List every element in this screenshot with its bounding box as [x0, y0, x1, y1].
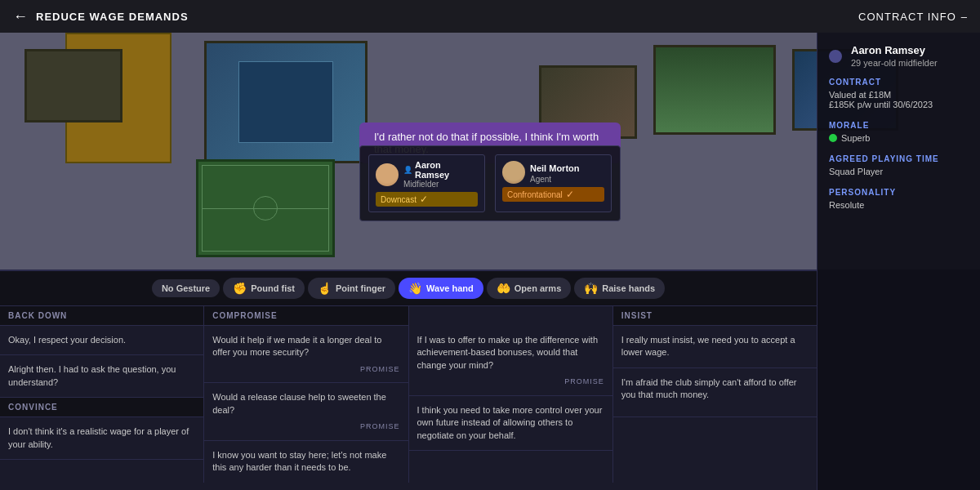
- back-arrow-icon[interactable]: ←: [13, 8, 28, 25]
- header-left: ← REDUCE WAGE DEMANDS: [13, 8, 189, 25]
- player-name: Aaron Ramsey: [415, 160, 478, 180]
- agent-mood-icon: ✓: [566, 189, 574, 200]
- contract-terms: £185K p/w until 30/6/2023: [829, 100, 969, 109]
- player-sidebar-icon: [829, 50, 842, 63]
- wave-hand-label: Wave hand: [426, 283, 474, 293]
- agent-mood-label: Confrontational: [507, 190, 563, 199]
- morale-value: Superb: [841, 133, 870, 143]
- response-convince-2[interactable]: I know you want to stay here; let's not …: [204, 441, 408, 483]
- bottom-panel: No Gesture ✊ Pound fist ☝ Point finger 👋…: [0, 270, 817, 490]
- player-person-icon: 👤: [403, 166, 412, 174]
- personality-section: PERSONALITY Resolute: [829, 188, 969, 210]
- compromise-header: COMPROMISE: [204, 306, 408, 326]
- response-convince-3[interactable]: I think you need to take more control ov…: [409, 396, 612, 451]
- wall-frame-4: [653, 45, 776, 135]
- response-bonus-1[interactable]: If I was to offer to make up the differe…: [409, 326, 612, 396]
- tactical-board: [196, 159, 335, 257]
- open-arms-label: Open arms: [514, 283, 561, 293]
- gesture-raise-hands[interactable]: 🙌 Raise hands: [574, 278, 665, 299]
- agent-card: Neil Morton Agent Confrontational ✓: [495, 154, 612, 212]
- morale-section: MORALE Superb: [829, 121, 969, 143]
- header-bar: ← REDUCE WAGE DEMANDS CONTRACT INFO –: [0, 0, 980, 33]
- insist-header: INSIST: [613, 306, 817, 326]
- gesture-toolbar: No Gesture ✊ Pound fist ☝ Point finger 👋…: [0, 271, 817, 306]
- agreed-playing-section: AGREED PLAYING TIME Squad Player: [829, 154, 969, 176]
- response-convince-1[interactable]: I don't think it's a realistic wage for …: [0, 417, 203, 460]
- gesture-point-finger[interactable]: ☝ Point finger: [308, 278, 395, 299]
- right-sidebar: Aaron Ramsey 29 year-old midfielder CONT…: [817, 33, 980, 490]
- response-grid: BACK DOWN Okay, I respect your decision.…: [0, 306, 817, 483]
- player-header: 👤 Aaron Ramsey Midfielder: [376, 160, 478, 189]
- player-info-header: Aaron Ramsey 29 year-old midfielder: [829, 44, 969, 68]
- compromise-column: COMPROMISE Would it help if we made it a…: [204, 306, 408, 483]
- open-arms-icon: 🤲: [497, 282, 510, 295]
- personality-value: Resolute: [829, 200, 969, 210]
- promise-tag-2: PROMISE: [212, 421, 399, 432]
- convince-header: CONVINCE: [0, 398, 203, 417]
- player-role: Midfielder: [403, 180, 478, 189]
- pound-fist-icon: ✊: [233, 282, 247, 295]
- agent-role: Agent: [530, 175, 580, 184]
- wave-hand-icon: 👋: [408, 282, 422, 295]
- morale-title: MORALE: [829, 121, 969, 130]
- wall-frame-1: [24, 49, 122, 122]
- point-finger-icon: ☝: [318, 282, 332, 295]
- player-mood-icon: ✓: [420, 194, 428, 205]
- agent-mood-badge: Confrontational ✓: [502, 187, 604, 202]
- morale-dot-icon: [829, 134, 837, 142]
- contract-value: Valued at £18M: [829, 90, 969, 100]
- insist-column: INSIST I really must insist, we need you…: [613, 306, 817, 483]
- page-title: REDUCE WAGE DEMANDS: [36, 11, 189, 23]
- personality-title: PERSONALITY: [829, 188, 969, 197]
- conversation-panel: 👤 Aaron Ramsey Midfielder Downcast ✓ Nei…: [359, 145, 621, 221]
- player-avatar: [376, 163, 399, 186]
- agreed-playing-value: Squad Player: [829, 167, 969, 176]
- player-card: 👤 Aaron Ramsey Midfielder Downcast ✓: [368, 154, 485, 212]
- pound-fist-label: Pound fist: [251, 283, 295, 293]
- contract-info-btn[interactable]: CONTRACT INFO –: [858, 11, 967, 23]
- response-back-down-1[interactable]: Okay, I respect your decision.: [0, 326, 203, 355]
- gesture-open-arms[interactable]: 🤲 Open arms: [487, 278, 571, 299]
- gesture-wave-hand[interactable]: 👋 Wave hand: [399, 278, 483, 299]
- player-mood-label: Downcast: [381, 195, 416, 204]
- gesture-pound-fist[interactable]: ✊ Pound fist: [223, 278, 305, 299]
- agent-header: Neil Morton Agent: [502, 160, 604, 184]
- point-finger-label: Point finger: [336, 283, 385, 293]
- agent-name: Neil Morton: [530, 163, 580, 173]
- response-back-down-2[interactable]: Alright then. I had to ask the question,…: [0, 355, 203, 398]
- promise-tag-1: PROMISE: [212, 364, 399, 375]
- agent-avatar: [502, 161, 525, 184]
- raise-hands-label: Raise hands: [602, 283, 655, 293]
- agreed-playing-title: AGREED PLAYING TIME: [829, 154, 969, 163]
- response-compromise-2[interactable]: Would a release clause help to sweeten t…: [204, 383, 408, 440]
- no-gesture-label: No Gesture: [162, 283, 210, 293]
- promise-tag-3: PROMISE: [417, 376, 604, 387]
- sidebar-player-name: Aaron Ramsey: [851, 44, 938, 56]
- contract-title: CONTRACT: [829, 78, 969, 87]
- contract-section: CONTRACT Valued at £18M £185K p/w until …: [829, 78, 969, 109]
- player-mood-badge: Downcast ✓: [376, 192, 478, 207]
- back-down-header: BACK DOWN: [0, 306, 203, 326]
- raise-hands-icon: 🙌: [584, 282, 598, 295]
- wall-frame-2: [204, 41, 368, 163]
- gesture-no-gesture[interactable]: No Gesture: [152, 279, 220, 297]
- sidebar-player-desc: 29 year-old midfielder: [851, 58, 938, 68]
- back-down-column: BACK DOWN Okay, I respect your decision.…: [0, 306, 204, 483]
- response-compromise-1[interactable]: Would it help if we made it a longer dea…: [204, 326, 408, 383]
- response-convince-4[interactable]: I'm afraid the club simply can't afford …: [613, 368, 817, 417]
- bonus-column: If I was to offer to make up the differe…: [409, 306, 613, 483]
- response-insist-1[interactable]: I really must insist, we need you to acc…: [613, 326, 817, 368]
